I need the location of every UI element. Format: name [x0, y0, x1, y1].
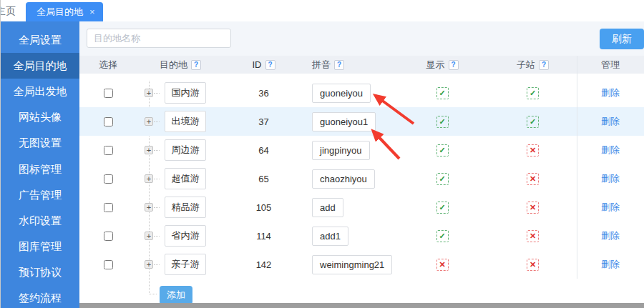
display-status-icon[interactable]: ✓ — [436, 230, 449, 242]
substation-status-icon[interactable]: ✓ — [527, 87, 539, 99]
help-icon[interactable]: ? — [334, 60, 344, 70]
delete-link[interactable]: 删除 — [601, 144, 620, 157]
display-status-icon[interactable]: ✓ — [436, 144, 449, 157]
header-id-label: ID — [253, 59, 262, 70]
tree-expand-icon[interactable]: + — [145, 260, 153, 269]
row-id: 142 — [240, 259, 287, 270]
sidebar-item[interactable]: 水印设置 — [1, 208, 79, 234]
display-status-icon[interactable]: ✓ — [436, 202, 449, 214]
delete-link[interactable]: 删除 — [601, 229, 620, 242]
tab-global-destination[interactable]: 全局目的地 × — [26, 2, 103, 21]
tab-label: 全局目的地 — [36, 6, 83, 19]
header-id: ID ? — [240, 56, 287, 74]
manage-column-divider — [577, 56, 577, 279]
pinyin-box[interactable]: guoneiyou — [312, 84, 371, 103]
substation-status-icon[interactable]: ✕ — [527, 202, 539, 214]
row-id: 65 — [240, 174, 287, 184]
sidebar-item[interactable]: 图标管理 — [1, 157, 79, 182]
add-button[interactable]: 添加 — [160, 286, 192, 303]
substation-status-icon[interactable]: ✕ — [527, 144, 539, 157]
row-select-checkbox[interactable] — [104, 203, 113, 212]
header-substation-label: 子站 — [517, 59, 535, 71]
pinyin-box[interactable]: add — [312, 198, 343, 217]
delete-link[interactable]: 删除 — [601, 258, 620, 271]
tree-dots — [154, 179, 160, 179]
sidebar-item[interactable]: 全局出发地 — [1, 79, 79, 104]
table-row: + 周边游 64 jingpinyou ✓ ✕ 删除 — [79, 136, 644, 164]
destination-name-box[interactable]: 精品游 — [165, 197, 206, 218]
destination-name-box[interactable]: 亲子游 — [165, 254, 206, 275]
substation-status-icon[interactable]: ✕ — [527, 259, 539, 271]
tab-bar: 主页 全局目的地 × — [1, 0, 644, 21]
pinyin-box[interactable]: jingpinyou — [312, 141, 370, 160]
pinyin-box[interactable]: add1 — [312, 227, 348, 246]
table-row: + 亲子游 142 weimingming21 ✕ ✕ 删除 — [79, 250, 644, 279]
table-header: 选择 目的地 ? ID ? 拼音 ? 显示 ? 子站 ? 管理 — [79, 56, 644, 74]
table-row: + 国内游 36 guoneiyou ✓ ✓ 删除 — [79, 79, 644, 107]
sidebar-item[interactable]: 无图设置 — [1, 131, 79, 157]
display-status-icon[interactable]: ✓ — [436, 173, 449, 185]
row-select-checkbox[interactable] — [104, 260, 113, 269]
row-id: 64 — [240, 145, 287, 156]
substation-status-icon[interactable]: ✓ — [527, 116, 539, 128]
table-row: + 超值游 65 chaozhiyou ✓ ✕ 删除 — [79, 164, 644, 193]
tree-expand-icon[interactable]: + — [145, 174, 153, 183]
display-status-icon[interactable]: ✓ — [436, 87, 449, 99]
pinyin-box[interactable]: weimingming21 — [312, 255, 392, 274]
help-icon[interactable]: ? — [539, 60, 549, 70]
tree-expand-icon[interactable]: + — [145, 89, 153, 97]
horizontal-scrollbar[interactable] — [79, 303, 644, 308]
sidebar-item[interactable]: 全局设置 — [1, 27, 79, 53]
table-body: + 国内游 36 guoneiyou ✓ ✓ 删除 + 出境游 37 guone… — [79, 74, 644, 279]
header-pinyin-label: 拼音 — [312, 59, 331, 71]
row-id: 105 — [240, 202, 287, 213]
header-display-label: 显示 — [426, 59, 445, 71]
destination-name-box[interactable]: 出境游 — [165, 111, 206, 132]
tree-dots — [154, 121, 160, 122]
delete-link[interactable]: 删除 — [601, 86, 620, 99]
display-status-icon[interactable]: ✕ — [436, 259, 449, 271]
sidebar-item[interactable]: 广告管理 — [1, 182, 79, 208]
row-id: 114 — [240, 231, 287, 242]
row-select-checkbox[interactable] — [104, 117, 113, 126]
display-status-icon[interactable]: ✓ — [436, 116, 449, 128]
tree-expand-icon[interactable]: + — [145, 232, 153, 240]
row-select-checkbox[interactable] — [104, 232, 113, 241]
destination-name-box[interactable]: 国内游 — [165, 82, 206, 104]
destination-name-box[interactable]: 周边游 — [165, 139, 206, 161]
sidebar-item[interactable]: 签约流程 — [1, 286, 79, 308]
header-destination: 目的地 ? — [137, 56, 240, 74]
search-input[interactable] — [87, 29, 231, 48]
sidebar-item[interactable]: 全局目的地 — [1, 53, 79, 79]
row-select-checkbox[interactable] — [104, 146, 113, 155]
header-select: 选择 — [79, 56, 137, 74]
sidebar-item[interactable]: 图库管理 — [1, 234, 79, 260]
help-icon[interactable]: ? — [191, 60, 201, 70]
sidebar: 全局设置全局目的地全局出发地网站头像无图设置图标管理广告管理水印设置图库管理预订… — [1, 21, 79, 308]
tab-home[interactable]: 主页 — [0, 5, 16, 18]
tree-expand-icon[interactable]: + — [145, 203, 153, 212]
tree-expand-icon[interactable]: + — [145, 117, 153, 126]
tree-dots — [154, 236, 160, 237]
row-select-checkbox[interactable] — [104, 89, 113, 98]
destination-name-box[interactable]: 超值游 — [165, 168, 206, 189]
help-icon[interactable]: ? — [265, 60, 275, 70]
row-select-checkbox[interactable] — [104, 174, 113, 184]
tree-expand-icon[interactable]: + — [145, 146, 153, 154]
substation-status-icon[interactable]: ✕ — [527, 230, 539, 242]
tree-dots — [154, 264, 160, 265]
sidebar-item[interactable]: 网站头像 — [1, 105, 79, 131]
sidebar-item[interactable]: 预订协议 — [1, 260, 79, 286]
pinyin-box[interactable]: guoneiyou1 — [312, 112, 376, 131]
table-row: + 省内游 114 add1 ✓ ✕ 删除 — [79, 222, 644, 250]
delete-link[interactable]: 删除 — [601, 201, 620, 214]
delete-link[interactable]: 删除 — [601, 172, 620, 185]
substation-status-icon[interactable]: ✕ — [527, 173, 539, 185]
row-id: 37 — [240, 116, 287, 127]
refresh-button[interactable]: 刷新 — [600, 29, 644, 49]
close-icon[interactable]: × — [89, 7, 95, 16]
help-icon[interactable]: ? — [449, 60, 459, 70]
destination-name-box[interactable]: 省内游 — [165, 225, 206, 247]
pinyin-box[interactable]: chaozhiyou — [312, 169, 375, 189]
delete-link[interactable]: 删除 — [601, 115, 620, 128]
